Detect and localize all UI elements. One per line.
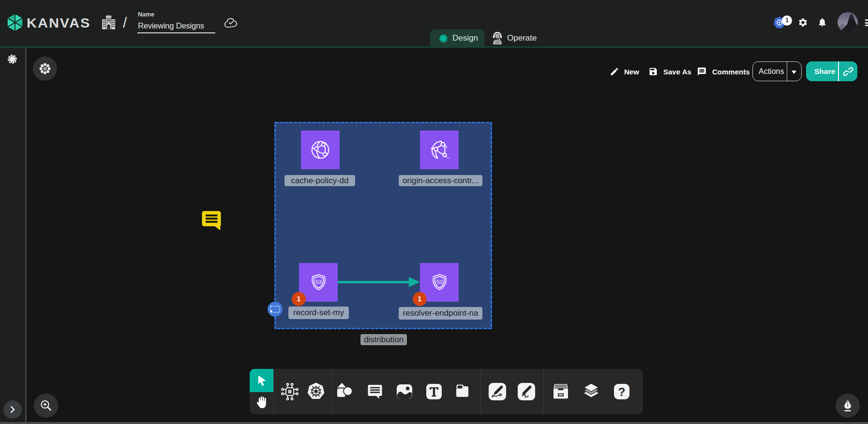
- svg-text:53: 53: [436, 279, 443, 285]
- svg-text:53: 53: [315, 279, 322, 285]
- svg-text:?: ?: [618, 385, 626, 398]
